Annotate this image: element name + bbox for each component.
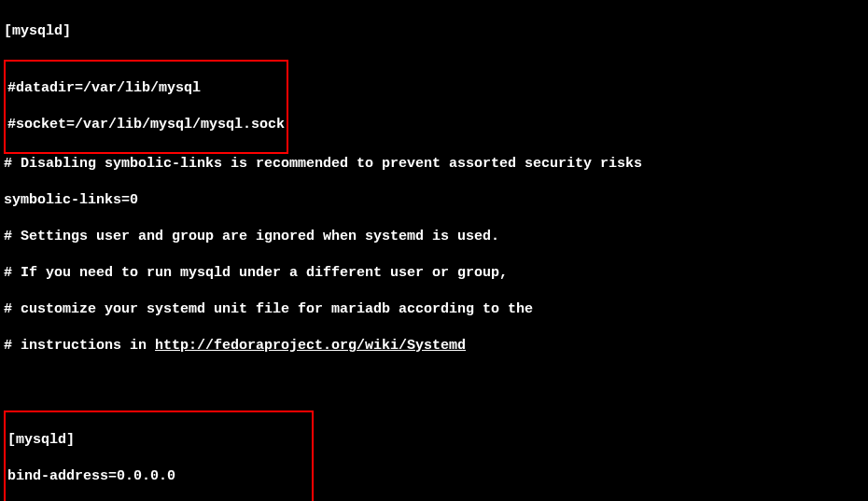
config-line: #socket=/var/lib/mysql/mysql.sock xyxy=(7,116,285,134)
systemd-link[interactable]: http://fedoraproject.org/wiki/Systemd xyxy=(155,338,466,354)
highlight-box-2: [mysqld] bind-address=0.0.0.0 port=3306 … xyxy=(4,411,314,501)
config-line: #datadir=/var/lib/mysql xyxy=(7,79,285,98)
comment-line: # instructions in http://fedoraproject.o… xyxy=(4,337,864,355)
config-line: symbolic-links=0 xyxy=(4,191,864,210)
blank-line xyxy=(4,373,864,392)
top-header: [mysqld] xyxy=(4,22,864,41)
comment-prefix: # instructions in xyxy=(4,338,155,354)
config-line: bind-address=0.0.0.0 xyxy=(7,467,310,486)
terminal-output[interactable]: [mysqld] #datadir=/var/lib/mysql #socket… xyxy=(4,4,864,501)
highlight-box-1: #datadir=/var/lib/mysql #socket=/var/lib… xyxy=(4,60,288,155)
comment-line: # If you need to run mysqld under a diff… xyxy=(4,264,864,283)
section-header: [mysqld] xyxy=(7,431,310,450)
comment-line: # Disabling symbolic-links is recommende… xyxy=(4,155,864,174)
comment-line: # Settings user and group are ignored wh… xyxy=(4,228,864,246)
comment-line: # customize your systemd unit file for m… xyxy=(4,300,864,319)
